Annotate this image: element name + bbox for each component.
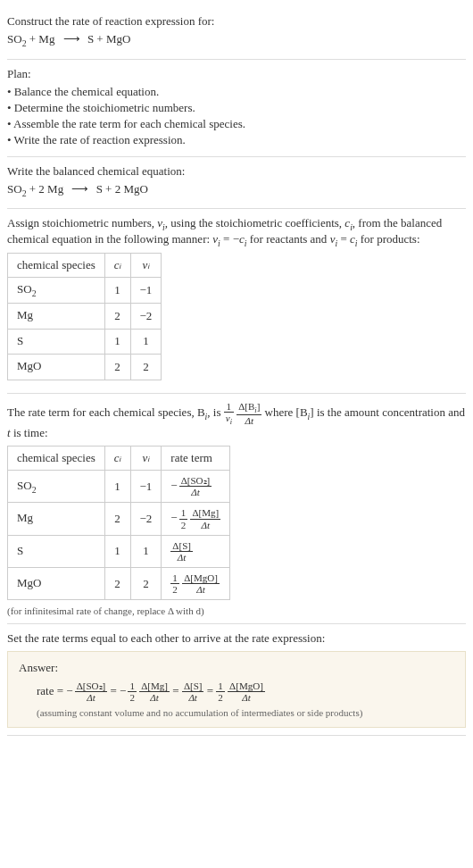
plan-item: • Balance the chemical equation. <box>7 85 466 99</box>
cell-rate-term: −12 Δ[Mg]Δt <box>162 503 230 535</box>
plan-item: • Assemble the rate term for each chemic… <box>7 117 466 131</box>
th-species: chemical species <box>8 447 105 471</box>
table-row: MgO 2 2 12 Δ[MgO]Δt <box>8 568 230 600</box>
eq-arrow: ⟶ <box>63 32 79 46</box>
cell-c: 2 <box>104 503 130 535</box>
cell-species: MgO <box>8 355 105 380</box>
plan-title: Plan: <box>7 67 466 81</box>
answer-label: Answer: <box>19 661 454 675</box>
table-header-row: chemical species cᵢ νᵢ <box>8 254 162 278</box>
rate-term-note: (for infinitesimal rate of change, repla… <box>7 605 466 616</box>
rate-term-intro: The rate term for each chemical species,… <box>7 401 466 440</box>
cell-c: 2 <box>104 568 130 600</box>
answer-box: Answer: rate = −Δ[SO₂]Δt = −12 Δ[Mg]Δt =… <box>7 651 466 727</box>
beq-arrow: ⟶ <box>71 182 87 196</box>
cell-species: S <box>8 535 105 567</box>
table-row: Mg 2 −2 <box>8 303 162 329</box>
prompt-section: Construct the rate of reaction expressio… <box>7 7 466 60</box>
answer-note: (assuming constant volume and no accumul… <box>37 707 454 718</box>
plan-section: Plan: • Balance the chemical equation. •… <box>7 60 466 157</box>
cell-species: Mg <box>8 503 105 535</box>
table-row: Mg 2 −2 −12 Δ[Mg]Δt <box>8 503 230 535</box>
plan-list: • Balance the chemical equation. • Deter… <box>7 85 466 147</box>
cell-nu: −1 <box>130 278 162 304</box>
rate-term-section: The rate term for each chemical species,… <box>7 394 466 625</box>
cell-species: SO2 <box>8 471 105 503</box>
table-header-row: chemical species cᵢ νᵢ rate term <box>8 447 230 471</box>
cell-c: 1 <box>104 329 130 355</box>
th-nui: νᵢ <box>130 254 162 278</box>
cell-nu: −2 <box>130 303 162 329</box>
cell-rate-term: −Δ[SO₂]Δt <box>162 471 230 503</box>
cell-c: 1 <box>104 278 130 304</box>
eq-lhs: SO <box>7 32 22 46</box>
th-ci: cᵢ <box>104 254 130 278</box>
answer-expression: rate = −Δ[SO₂]Δt = −12 Δ[Mg]Δt = Δ[S]Δt … <box>37 680 454 703</box>
table-row: SO2 1 −1 −Δ[SO₂]Δt <box>8 471 230 503</box>
prompt-title: Construct the rate of reaction expressio… <box>7 14 466 29</box>
stoich-intro: Assign stoichiometric numbers, νi, using… <box>7 216 466 247</box>
balanced-title: Write the balanced chemical equation: <box>7 164 466 179</box>
table-row: SO2 1 −1 <box>8 278 162 304</box>
cell-nu: 2 <box>130 355 162 380</box>
beq-part3: S + 2 MgO <box>93 182 148 196</box>
frac-one-over-nu: 1 νi <box>224 401 234 426</box>
final-title: Set the rate terms equal to each other t… <box>7 631 466 646</box>
frac-dbi-dt: Δ[Bi] Δt <box>236 401 261 426</box>
cell-species: Mg <box>8 303 105 329</box>
rate-label: rate = <box>37 684 66 697</box>
cell-nu: 2 <box>130 568 162 600</box>
eq-rhs: S + MgO <box>85 32 131 46</box>
balanced-section: Write the balanced chemical equation: SO… <box>7 157 466 210</box>
rate-term-table: chemical species cᵢ νᵢ rate term SO2 1 −… <box>7 446 230 600</box>
cell-c: 2 <box>104 355 130 380</box>
cell-c: 1 <box>104 471 130 503</box>
cell-species: SO2 <box>8 278 105 304</box>
table-row: S 1 1 <box>8 329 162 355</box>
cell-nu: −2 <box>130 503 162 535</box>
eq-plus1: + Mg <box>27 32 58 46</box>
beq-part1: SO <box>7 182 22 196</box>
cell-rate-term: 12 Δ[MgO]Δt <box>162 568 230 600</box>
cell-c: 1 <box>104 535 130 567</box>
th-rate-term: rate term <box>162 447 230 471</box>
cell-species: S <box>8 329 105 355</box>
table-row: S 1 1 Δ[S]Δt <box>8 535 230 567</box>
cell-nu: −1 <box>130 471 162 503</box>
cell-species: MgO <box>8 568 105 600</box>
th-nui: νᵢ <box>130 447 162 471</box>
unbalanced-equation: SO2 + Mg ⟶ S + MgO <box>7 32 466 48</box>
th-species: chemical species <box>8 254 105 278</box>
cell-rate-term: Δ[S]Δt <box>162 535 230 567</box>
stoich-section: Assign stoichiometric numbers, νi, using… <box>7 209 466 394</box>
plan-item: • Write the rate of reaction expression. <box>7 133 466 147</box>
cell-c: 2 <box>104 303 130 329</box>
table-row: MgO 2 2 <box>8 355 162 380</box>
cell-nu: 1 <box>130 535 162 567</box>
th-ci: cᵢ <box>104 447 130 471</box>
stoich-table: chemical species cᵢ νᵢ SO2 1 −1 Mg 2 −2 … <box>7 253 162 380</box>
final-section: Set the rate terms equal to each other t… <box>7 624 466 735</box>
plan-item: • Determine the stoichiometric numbers. <box>7 101 466 115</box>
balanced-equation: SO2 + 2 Mg ⟶ S + 2 MgO <box>7 182 466 198</box>
beq-part2: + 2 Mg <box>27 182 67 196</box>
cell-nu: 1 <box>130 329 162 355</box>
